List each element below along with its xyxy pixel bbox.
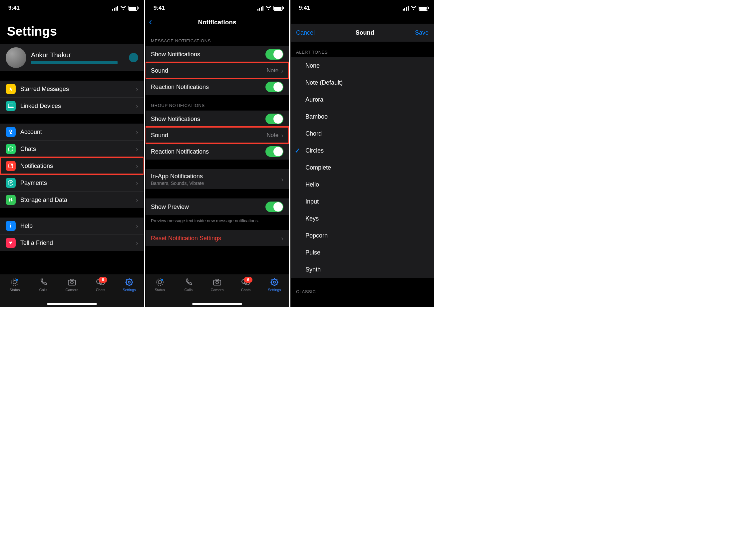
profile-status-bar bbox=[31, 61, 118, 64]
toggle-switch[interactable] bbox=[265, 82, 283, 92]
svg-point-36 bbox=[273, 281, 275, 283]
tab-bar: Status Calls Camera 6 Chats Settings bbox=[0, 274, 144, 307]
tone-option[interactable]: Complete bbox=[291, 159, 434, 176]
tone-option[interactable]: Note (Default) bbox=[291, 74, 434, 91]
star-icon: ★ bbox=[6, 84, 16, 94]
row-show-preview[interactable]: Show Preview bbox=[146, 199, 289, 215]
svg-rect-4 bbox=[10, 133, 12, 134]
row-payments[interactable]: ₹ Payments › bbox=[0, 174, 144, 191]
tab-camera[interactable]: Camera bbox=[205, 277, 229, 292]
row-notifications[interactable]: Notifications › bbox=[0, 157, 144, 174]
section-header-message: MESSAGE NOTIFICATIONS bbox=[146, 30, 289, 46]
toggle-switch[interactable] bbox=[265, 114, 283, 124]
profile-row[interactable]: Ankur Thakur bbox=[0, 44, 144, 71]
status-bar: 9:41 bbox=[0, 0, 144, 14]
row-inapp-notifications[interactable]: In-App Notifications Banners, Sounds, Vi… bbox=[146, 169, 289, 189]
story-indicator-icon bbox=[129, 53, 138, 62]
row-linked-devices[interactable]: Linked Devices › bbox=[0, 97, 144, 114]
tab-chats[interactable]: 6 Chats bbox=[89, 277, 113, 292]
signal-icon bbox=[257, 6, 263, 11]
svg-point-2 bbox=[10, 130, 12, 132]
status-icon bbox=[10, 277, 19, 287]
row-msg-show-notifications[interactable]: Show Notifications bbox=[146, 46, 289, 62]
tone-option[interactable]: Aurora bbox=[291, 91, 434, 108]
cancel-button[interactable]: Cancel bbox=[296, 29, 315, 36]
battery-icon bbox=[419, 6, 428, 11]
chevron-right-icon: › bbox=[136, 162, 138, 170]
tone-option[interactable]: Hello bbox=[291, 176, 434, 193]
toggle-switch[interactable] bbox=[265, 202, 283, 212]
tab-status[interactable]: Status bbox=[3, 277, 27, 292]
row-account[interactable]: Account › bbox=[0, 124, 144, 140]
tab-chats[interactable]: 6 Chats bbox=[234, 277, 258, 292]
gear-icon bbox=[270, 277, 279, 287]
tab-status[interactable]: Status bbox=[148, 277, 172, 292]
tone-label: Note (Default) bbox=[305, 79, 343, 86]
signal-icon bbox=[112, 6, 118, 11]
row-chats[interactable]: Chats › bbox=[0, 140, 144, 157]
tab-settings[interactable]: Settings bbox=[117, 277, 141, 292]
tone-option[interactable]: Bamboo bbox=[291, 108, 434, 125]
row-msg-reaction[interactable]: Reaction Notifications bbox=[146, 79, 289, 95]
modal-title: Sound bbox=[356, 29, 374, 36]
tone-option[interactable]: Input bbox=[291, 193, 434, 210]
phone-icon bbox=[39, 277, 47, 287]
tone-label: Chord bbox=[305, 130, 322, 137]
chevron-right-icon: › bbox=[281, 67, 283, 75]
save-button[interactable]: Save bbox=[415, 29, 429, 36]
tone-option[interactable]: Synth bbox=[291, 261, 434, 278]
row-reset-notifications[interactable]: Reset Notification Settings › bbox=[146, 230, 289, 246]
tab-calls[interactable]: Calls bbox=[31, 277, 55, 292]
modal-nav: Cancel Sound Save bbox=[291, 24, 434, 42]
toggle-switch[interactable] bbox=[265, 146, 283, 157]
row-grp-show-notifications[interactable]: Show Notifications bbox=[146, 111, 289, 127]
page-title: Settings bbox=[0, 14, 144, 44]
svg-line-24 bbox=[132, 284, 132, 285]
svg-line-25 bbox=[132, 279, 132, 280]
svg-rect-1 bbox=[8, 107, 14, 108]
row-grp-sound[interactable]: Sound Note › bbox=[146, 127, 289, 143]
home-indicator[interactable] bbox=[47, 303, 97, 305]
row-grp-reaction[interactable]: Reaction Notifications bbox=[146, 143, 289, 160]
svg-point-17 bbox=[126, 279, 132, 285]
chevron-right-icon: › bbox=[136, 102, 138, 110]
tone-label: Input bbox=[305, 198, 319, 205]
wifi-icon bbox=[120, 6, 126, 10]
tab-calls[interactable]: Calls bbox=[177, 277, 200, 292]
status-time: 9:41 bbox=[8, 5, 20, 11]
tab-camera[interactable]: Camera bbox=[60, 277, 84, 292]
gear-icon bbox=[125, 277, 134, 287]
row-msg-sound[interactable]: Sound Note › bbox=[146, 62, 289, 79]
tab-settings[interactable]: Settings bbox=[262, 277, 286, 292]
tone-label: Popcorn bbox=[305, 232, 328, 239]
chevron-right-icon: › bbox=[136, 145, 138, 153]
row-tell-friend[interactable]: ♥ Tell a Friend › bbox=[0, 234, 144, 251]
back-button[interactable]: ‹ bbox=[149, 16, 152, 27]
toggle-switch[interactable] bbox=[265, 49, 283, 60]
svg-point-6 bbox=[11, 164, 13, 166]
row-starred-messages[interactable]: ★ Starred Messages › bbox=[0, 81, 144, 97]
chevron-right-icon: › bbox=[136, 128, 138, 136]
row-help[interactable]: i Help › bbox=[0, 218, 144, 234]
camera-icon bbox=[213, 277, 221, 287]
tone-option[interactable]: Keys bbox=[291, 210, 434, 227]
chevron-right-icon: › bbox=[281, 132, 283, 139]
tone-option[interactable]: Chord bbox=[291, 125, 434, 142]
tone-label: Keys bbox=[305, 215, 319, 222]
signal-icon bbox=[403, 6, 409, 11]
svg-point-35 bbox=[271, 279, 277, 285]
tab-bar: Status Calls Camera 6 Chats Settings bbox=[146, 274, 289, 307]
svg-point-10 bbox=[13, 280, 16, 284]
battery-icon bbox=[128, 6, 138, 11]
chevron-right-icon: › bbox=[136, 85, 138, 93]
tone-option[interactable]: Pulse bbox=[291, 244, 434, 261]
svg-text:₹: ₹ bbox=[10, 181, 12, 185]
section-header-alert-tones: ALERT TONES bbox=[291, 42, 434, 57]
chevron-right-icon: › bbox=[281, 235, 283, 242]
row-storage-data[interactable]: Storage and Data › bbox=[0, 191, 144, 208]
home-indicator[interactable] bbox=[192, 303, 242, 305]
status-icon bbox=[156, 277, 164, 287]
tone-option[interactable]: Popcorn bbox=[291, 227, 434, 244]
tone-option[interactable]: None bbox=[291, 57, 434, 74]
tone-option[interactable]: ✓Circles bbox=[291, 142, 434, 159]
